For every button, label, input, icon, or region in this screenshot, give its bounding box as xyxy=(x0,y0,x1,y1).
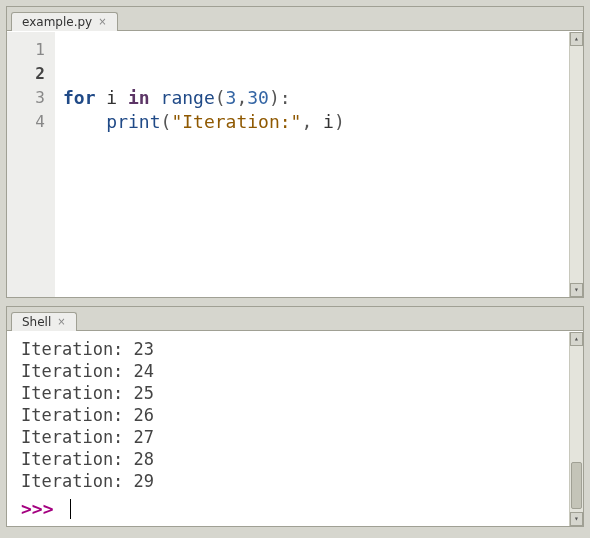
line-number: 2 xyxy=(13,62,45,86)
shell-tabbar: Shell × xyxy=(7,307,583,331)
shell-output-line: Iteration: 26 xyxy=(21,404,565,426)
editor-content: 1 2 3 4 for i in range(3,30): print("Ite… xyxy=(7,31,583,297)
shell-content-wrap: Iteration: 23Iteration: 24Iteration: 25I… xyxy=(7,331,583,526)
shell-output-line: Iteration: 25 xyxy=(21,382,565,404)
scrollbar-thumb[interactable] xyxy=(571,462,582,508)
scroll-down-icon[interactable]: ▾ xyxy=(570,283,583,297)
shell-output-line: Iteration: 29 xyxy=(21,470,565,492)
line-number: 3 xyxy=(13,86,45,110)
line-number-gutter: 1 2 3 4 xyxy=(7,32,55,297)
code-line-4: print("Iteration:", i) xyxy=(63,111,345,132)
shell-prompt-line[interactable]: >>> xyxy=(21,498,565,520)
shell-pane: Shell × Iteration: 23Iteration: 24Iterat… xyxy=(6,306,584,527)
shell-prompt: >>> xyxy=(21,498,64,520)
scrollbar-track[interactable] xyxy=(570,46,583,283)
close-icon[interactable]: × xyxy=(57,317,65,327)
shell-tab[interactable]: Shell × xyxy=(11,312,77,331)
line-number: 1 xyxy=(13,38,45,62)
line-number: 4 xyxy=(13,110,45,134)
shell-tab-label: Shell xyxy=(22,315,51,329)
scroll-down-icon[interactable]: ▾ xyxy=(570,512,583,526)
shell-output-area[interactable]: Iteration: 23Iteration: 24Iteration: 25I… xyxy=(7,332,569,526)
shell-scrollbar[interactable]: ▴ ▾ xyxy=(569,332,583,526)
cursor-icon xyxy=(70,499,71,519)
scrollbar-track[interactable] xyxy=(570,346,583,512)
editor-tabbar: example.py × xyxy=(7,7,583,31)
editor-scrollbar[interactable]: ▴ ▾ xyxy=(569,32,583,297)
scroll-up-icon[interactable]: ▴ xyxy=(570,32,583,46)
shell-output-line: Iteration: 27 xyxy=(21,426,565,448)
close-icon[interactable]: × xyxy=(98,17,106,27)
shell-output-line: Iteration: 23 xyxy=(21,338,565,360)
editor-pane: example.py × 1 2 3 4 for i in range(3,30… xyxy=(6,6,584,298)
shell-output-line: Iteration: 28 xyxy=(21,448,565,470)
scroll-up-icon[interactable]: ▴ xyxy=(570,332,583,346)
code-line-3: for i in range(3,30): xyxy=(63,87,291,108)
code-area[interactable]: for i in range(3,30): print("Iteration:"… xyxy=(55,32,569,297)
shell-output-line: Iteration: 24 xyxy=(21,360,565,382)
editor-tab-example[interactable]: example.py × xyxy=(11,12,118,31)
editor-tab-label: example.py xyxy=(22,15,92,29)
